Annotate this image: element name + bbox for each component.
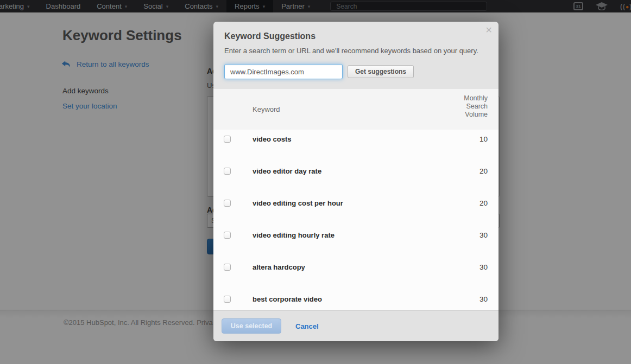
keyword-cell: video editing hourly rate (253, 231, 335, 239)
table-row: altera hardcopy 30 (213, 258, 499, 290)
keyword-cell: video costs (253, 135, 292, 143)
table-body: video costs 10 video editor day rate 20 … (213, 130, 499, 310)
table-row: video editor day rate 20 (213, 162, 499, 194)
modal-title: Keyword Suggestions (224, 31, 488, 41)
keyword-cell: video editor day rate (253, 167, 321, 175)
screen: Marketing ▾ Dashboard ▾ Content ▾ Social… (0, 0, 631, 364)
volume-column-header: Monthly Search Volume (458, 94, 488, 119)
row-checkbox[interactable] (224, 296, 231, 303)
cancel-button[interactable]: Cancel (295, 322, 319, 330)
suggestion-query-input[interactable] (224, 64, 343, 79)
table-row: best corporate video 30 (213, 290, 499, 310)
keyword-cell: video editing cost per hour (253, 199, 343, 207)
volume-cell: 10 (479, 135, 488, 143)
keyword-column-header: Keyword (253, 105, 280, 113)
row-checkbox[interactable] (224, 200, 231, 207)
volume-cell: 20 (479, 199, 488, 207)
row-checkbox[interactable] (224, 232, 231, 239)
volume-cell: 20 (479, 167, 488, 175)
table-header: Keyword Monthly Search Volume (213, 89, 499, 130)
table-row: video costs 10 (213, 130, 499, 162)
row-checkbox[interactable] (224, 168, 231, 175)
suggestion-input-row: Get suggestions (224, 64, 488, 79)
table-row: video editing cost per hour 20 (213, 194, 499, 226)
modal-footer: Use selected Cancel (213, 310, 499, 341)
close-icon[interactable]: ✕ (485, 26, 493, 35)
volume-cell: 30 (479, 295, 488, 303)
keyword-cell: altera hardcopy (253, 263, 305, 271)
table-row: video editing hourly rate 30 (213, 226, 499, 258)
keyword-cell: best corporate video (253, 295, 322, 303)
modal-subtitle: Enter a search term or URL and we'll rec… (224, 47, 488, 55)
volume-cell: 30 (479, 263, 488, 271)
modal-header: Keyword Suggestions Enter a search term … (213, 22, 499, 89)
use-selected-button[interactable]: Use selected (222, 318, 281, 334)
row-checkbox[interactable] (224, 264, 231, 271)
get-suggestions-button[interactable]: Get suggestions (348, 65, 414, 78)
row-checkbox[interactable] (224, 136, 231, 143)
suggestions-table: Keyword Monthly Search Volume video cost… (213, 89, 499, 310)
volume-cell: 30 (479, 231, 488, 239)
keyword-suggestions-modal: Keyword Suggestions Enter a search term … (213, 22, 499, 341)
